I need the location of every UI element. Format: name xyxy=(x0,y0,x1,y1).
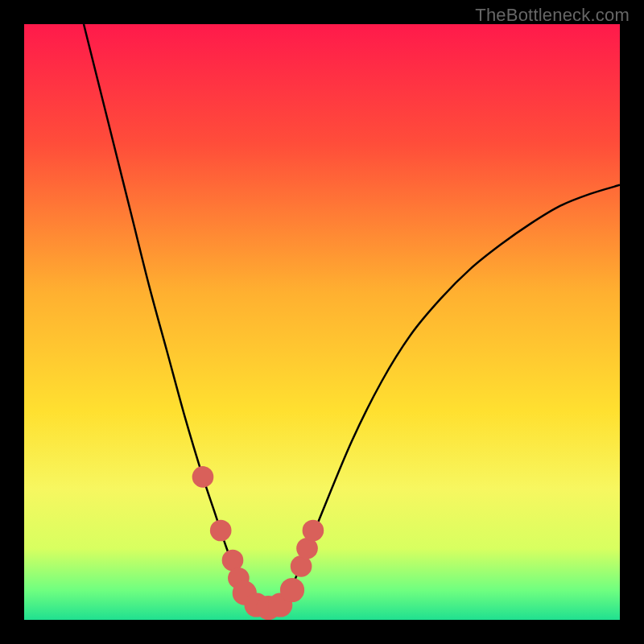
marker-group xyxy=(192,466,324,620)
plot-area xyxy=(24,24,620,620)
watermark-text: TheBottleneck.com xyxy=(475,5,630,26)
curve-layer xyxy=(24,24,620,620)
curve-marker xyxy=(280,578,304,602)
curve-marker xyxy=(192,466,214,488)
bottleneck-curve xyxy=(84,24,620,609)
curve-marker xyxy=(210,520,232,542)
curve-marker xyxy=(303,520,324,542)
chart-root: TheBottleneck.com xyxy=(0,0,644,644)
